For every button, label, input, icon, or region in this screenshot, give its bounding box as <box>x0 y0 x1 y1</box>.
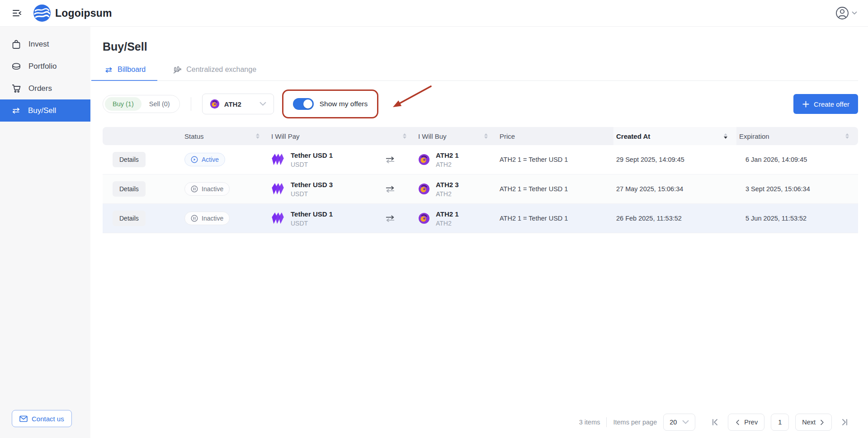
buy-asset-name: ATH2 1 <box>436 151 459 159</box>
last-page-button[interactable] <box>838 414 852 430</box>
tab-bar: Billboard Centralized exchange <box>103 64 858 81</box>
logo-text: Logoipsum <box>55 7 112 19</box>
sell-filter-button[interactable]: Sell (0) <box>142 97 178 111</box>
sidebar-item-buy-sell[interactable]: Buy/Sell <box>0 99 90 122</box>
swap-direction-icon <box>385 186 396 193</box>
price-value: ATH2 1 = Tether USD 1 <box>497 156 613 163</box>
sidebar: Invest Portfolio Orders <box>0 27 90 438</box>
buy-asset-name: ATH2 3 <box>436 181 459 188</box>
buy-asset-symbol: ATH2 <box>436 220 459 227</box>
created-at-value: 29 Sept 2025, 14:09:45 <box>613 156 736 163</box>
sort-icon-active-desc[interactable] <box>724 133 727 139</box>
buy-filter-button[interactable]: Buy (1) <box>105 97 142 111</box>
details-button[interactable]: Details <box>113 211 146 226</box>
first-page-button[interactable] <box>708 414 722 430</box>
divider <box>191 97 191 111</box>
pay-asset-symbol: USDT <box>291 220 333 227</box>
offers-table: Status I Will Pay I Will Buy Price Creat… <box>103 127 858 233</box>
items-count: 3 items <box>579 419 600 426</box>
ath2-token-icon <box>210 99 220 109</box>
sidebar-item-invest[interactable]: Invest <box>0 33 90 55</box>
tab-billboard[interactable]: Billboard <box>103 64 147 80</box>
chevron-left-icon <box>735 419 741 425</box>
page-title: Buy/Sell <box>103 40 858 53</box>
brand[interactable]: Logoipsum <box>33 5 112 22</box>
user-avatar-icon[interactable] <box>835 6 849 20</box>
pause-circle-icon <box>191 185 198 193</box>
table-row: Details Active <box>103 145 858 174</box>
filter-row: Buy (1) Sell (0) ATH2 <box>103 94 858 114</box>
tab-centralized-exchange[interactable]: Centralized exchange <box>171 64 258 80</box>
envelope-icon <box>19 415 28 422</box>
sidebar-item-label: Portfolio <box>28 62 57 71</box>
tether-usd-icon <box>271 211 285 226</box>
price-value: ATH2 1 = Tether USD 1 <box>497 215 613 222</box>
logo-icon <box>33 5 51 22</box>
sidebar-item-orders[interactable]: Orders <box>0 77 90 99</box>
header-status[interactable]: Status <box>182 127 269 145</box>
table-header-row: Status I Will Pay I Will Buy Price Creat… <box>103 127 858 145</box>
swap-arrows-icon <box>11 107 21 114</box>
chevron-down-icon <box>682 420 689 424</box>
chevron-down-icon <box>259 102 266 106</box>
show-my-offers-toggle[interactable] <box>293 98 314 110</box>
pause-circle-icon <box>191 215 198 222</box>
chevron-right-icon <box>819 419 825 425</box>
buy-asset-symbol: ATH2 <box>436 190 459 198</box>
buy-asset-name: ATH2 1 <box>436 210 459 218</box>
next-page-button[interactable]: Next <box>795 414 832 431</box>
items-per-page-select[interactable]: 20 <box>663 414 695 431</box>
buy-asset-symbol: ATH2 <box>436 161 459 168</box>
sort-icon[interactable] <box>256 133 259 139</box>
pay-asset-symbol: USDT <box>291 161 333 168</box>
bag-icon <box>11 39 21 50</box>
created-at-value: 27 May 2025, 15:06:34 <box>613 185 736 193</box>
expiration-value: 3 Sept 2025, 15:06:34 <box>736 185 858 193</box>
created-at-value: 26 Feb 2025, 11:53:52 <box>613 215 736 222</box>
sort-icon[interactable] <box>403 133 406 139</box>
expiration-value: 5 Jun 2025, 11:53:52 <box>736 215 858 222</box>
header-created-at[interactable]: Created At <box>613 127 736 145</box>
header-i-will-buy[interactable]: I Will Buy <box>415 127 497 145</box>
collapse-sidebar-icon[interactable] <box>11 7 24 19</box>
pagination-bar: 3 items Items per page 20 Prev 1 Next <box>579 414 852 431</box>
header-details <box>103 127 182 145</box>
pay-asset-name: Tether USD 1 <box>291 210 333 218</box>
top-bar: Logoipsum <box>0 0 868 27</box>
pay-asset-symbol: USDT <box>291 190 333 198</box>
details-button[interactable]: Details <box>113 152 146 167</box>
sidebar-item-label: Invest <box>28 40 49 49</box>
tether-usd-icon <box>271 152 285 167</box>
asset-select[interactable]: ATH2 <box>202 94 274 114</box>
sort-icon[interactable] <box>484 133 488 139</box>
header-i-will-pay[interactable]: I Will Pay <box>269 127 415 145</box>
toggle-knob <box>303 99 312 108</box>
candlestick-chart-icon <box>173 65 182 74</box>
header-expiration[interactable]: Expiration <box>736 127 858 145</box>
pay-asset-name: Tether USD 3 <box>291 181 333 188</box>
sidebar-item-label: Buy/Sell <box>28 106 56 115</box>
prev-page-button[interactable]: Prev <box>728 414 764 431</box>
table-row: Details Inactive <box>103 174 858 204</box>
user-menu-chevron-icon[interactable] <box>852 11 857 15</box>
swap-arrows-icon <box>104 67 113 73</box>
table-row: Details Inactive <box>103 204 858 233</box>
items-per-page-label: Items per page <box>613 419 657 426</box>
swap-direction-icon <box>385 215 396 222</box>
details-button[interactable]: Details <box>113 181 146 197</box>
tether-usd-icon <box>271 182 285 196</box>
status-badge: Inactive <box>184 182 230 196</box>
plus-icon <box>802 100 810 108</box>
status-badge: Active <box>184 153 225 166</box>
ath2-token-icon <box>418 154 430 165</box>
annotation-highlight-box: Show my offers <box>282 89 379 118</box>
sort-icon[interactable] <box>845 133 849 139</box>
current-page-number[interactable]: 1 <box>771 414 789 431</box>
ath2-token-icon <box>418 212 430 224</box>
swap-direction-icon <box>385 156 396 163</box>
create-offer-button[interactable]: Create offer <box>793 94 858 114</box>
play-circle-icon <box>191 156 198 163</box>
status-badge: Inactive <box>184 212 230 225</box>
contact-us-button[interactable]: Contact us <box>12 410 72 427</box>
sidebar-item-portfolio[interactable]: Portfolio <box>0 55 90 77</box>
